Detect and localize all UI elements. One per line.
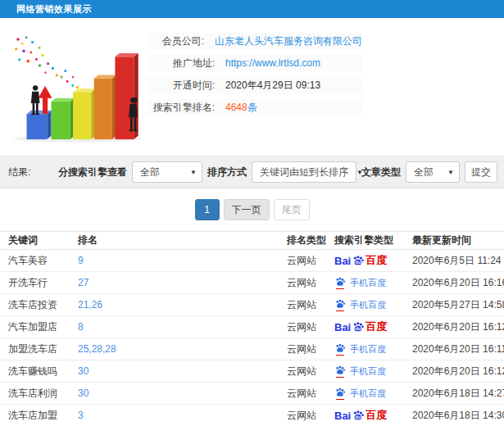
table-row: 洗车赚钱吗 30 云网站 手机百度 2020年6月20日 16:12 bbox=[0, 360, 504, 383]
engine-filter-value: 全部 bbox=[140, 165, 160, 179]
engine-cell: Bai du 百度 bbox=[326, 408, 404, 423]
updated-cell: 2020年6月20日 16:12 bbox=[404, 320, 504, 334]
engine-cell: 手机百度 bbox=[326, 365, 404, 378]
chevron-down-icon: ▼ bbox=[447, 169, 454, 176]
engine-cell: 手机百度 bbox=[326, 276, 404, 289]
rank-cell[interactable]: 9 bbox=[70, 255, 279, 266]
rank-cell[interactable]: 21,26 bbox=[70, 299, 279, 310]
rank-cell[interactable]: 25,28,28 bbox=[70, 343, 279, 355]
mobile-baidu-logo: 手机百度 bbox=[334, 342, 404, 356]
rank-type-cell: 云网站 bbox=[279, 409, 326, 423]
col-rank-type: 排名类型 bbox=[279, 233, 326, 247]
rank-count-number: 4648 bbox=[225, 102, 247, 113]
page-button-next[interactable]: 下一页 bbox=[224, 199, 270, 220]
type-filter-value: 全部 bbox=[414, 165, 434, 179]
table-row: 洗车店利润 30 云网站 手机百度 2020年6月18日 14:27 bbox=[0, 383, 504, 405]
result-filter-bar: 结果: 分搜索引擎查看 全部 ▼ 排序方式 关键词由短到长排序 ▼ 文章类型 全… bbox=[0, 156, 504, 188]
engine-filter-select[interactable]: 全部 ▼ bbox=[132, 161, 202, 183]
chevron-down-icon: ▼ bbox=[190, 169, 197, 176]
baidu-logo: Bai du 百度 bbox=[334, 253, 404, 268]
engine-cell: 手机百度 bbox=[326, 298, 404, 311]
member-company-value[interactable]: 山东老人头汽车服务咨询有限公司 bbox=[215, 34, 362, 48]
updated-cell: 2020年6月20日 16:16 bbox=[404, 276, 504, 290]
bar-chart-illustration bbox=[5, 25, 143, 149]
submit-button[interactable]: 提交 bbox=[465, 161, 497, 183]
field-engine-rank-count: 搜索引擎排名: 4648条 bbox=[148, 99, 362, 116]
baidu-logo: Bai du 百度 bbox=[334, 320, 404, 334]
table-row: 加盟洗车店 25,28,28 云网站 手机百度 2020年6月20日 16:11 bbox=[0, 338, 504, 360]
mobile-baidu-paw-icon bbox=[334, 387, 346, 400]
engine-cell: Bai du 百度 bbox=[326, 253, 404, 268]
table-row: 汽车美容 9 云网站 Bai du 百度 2020年6月5日 11:24 bbox=[0, 250, 504, 272]
baidu-paw-icon: du bbox=[352, 320, 365, 333]
engine-rank-count-value[interactable]: 4648条 bbox=[225, 101, 257, 115]
rank-type-cell: 云网站 bbox=[279, 320, 326, 334]
type-filter-label: 文章类型 bbox=[361, 165, 401, 179]
keyword-cell: 加盟洗车店 bbox=[0, 342, 70, 356]
keyword-cell: 开洗车行 bbox=[0, 276, 70, 290]
keyword-cell: 汽车美容 bbox=[0, 254, 70, 268]
rank-cell[interactable]: 27 bbox=[70, 277, 279, 288]
sort-filter-label: 排序方式 bbox=[207, 165, 247, 179]
updated-cell: 2020年6月20日 16:12 bbox=[404, 365, 504, 378]
mobile-baidu-paw-icon bbox=[334, 276, 346, 289]
rank-type-cell: 云网站 bbox=[279, 365, 326, 378]
sort-filter-value: 关键词由短到长排序 bbox=[260, 165, 348, 179]
updated-cell: 2020年6月18日 14:27 bbox=[404, 387, 504, 401]
keyword-rank-table: 关键词 排名 排名类型 搜索引擎类型 最新更新时间 汽车美容 9 云网站 Bai… bbox=[0, 231, 504, 426]
rank-count-suffix: 条 bbox=[247, 102, 257, 113]
rank-cell[interactable]: 3 bbox=[70, 410, 279, 421]
promo-url-value[interactable]: https://www.lrtlsd.com bbox=[225, 57, 320, 69]
updated-cell: 2020年6月20日 16:11 bbox=[404, 342, 504, 356]
businessman-left bbox=[31, 85, 40, 115]
rank-type-cell: 云网站 bbox=[279, 342, 326, 356]
baidu-paw-icon: du bbox=[352, 409, 365, 422]
page-button-last[interactable]: 尾页 bbox=[274, 199, 310, 220]
table-row: 汽车加盟店 8 云网站 Bai du 百度 2020年6月20日 16:12 bbox=[0, 316, 504, 338]
table-row: 洗车店加盟 3 云网站 Bai du 百度 2020年6月18日 14:30 bbox=[0, 405, 504, 426]
field-open-time: 开通时间: 2020年4月29日 09:13 bbox=[148, 77, 362, 93]
open-time-value: 2020年4月29日 09:13 bbox=[225, 79, 320, 93]
growth-arrow-icon bbox=[39, 86, 52, 114]
rank-type-cell: 云网站 bbox=[279, 276, 326, 290]
col-updated: 最新更新时间 bbox=[404, 233, 504, 247]
open-time-label: 开通时间: bbox=[148, 79, 215, 93]
rank-cell[interactable]: 30 bbox=[70, 365, 279, 377]
mobile-baidu-logo: 手机百度 bbox=[334, 387, 404, 400]
promo-url-label: 推广地址: bbox=[148, 57, 215, 70]
col-engine-type: 搜索引擎类型 bbox=[326, 233, 404, 247]
engine-cell: Bai du 百度 bbox=[326, 320, 404, 334]
mobile-baidu-logo: 手机百度 bbox=[334, 276, 404, 289]
updated-cell: 2020年6月18日 14:30 bbox=[404, 409, 504, 423]
keyword-cell: 洗车店投资 bbox=[0, 298, 70, 312]
sort-filter-select[interactable]: 关键词由短到长排序 ▼ bbox=[252, 161, 356, 183]
rank-type-cell: 云网站 bbox=[279, 254, 326, 268]
rank-type-cell: 云网站 bbox=[279, 387, 326, 401]
page-button-current[interactable]: 1 bbox=[195, 199, 220, 220]
engine-cell: 手机百度 bbox=[326, 342, 404, 356]
updated-cell: 2020年5月27日 14:58 bbox=[404, 298, 504, 312]
keyword-cell: 汽车加盟店 bbox=[0, 320, 70, 334]
table-header: 关键词 排名 排名类型 搜索引擎类型 最新更新时间 bbox=[0, 231, 504, 250]
confetti-dots bbox=[15, 37, 84, 92]
page-title: 网络营销效果展示 bbox=[0, 0, 504, 18]
rank-cell[interactable]: 8 bbox=[70, 321, 279, 333]
member-company-label: 会员公司: bbox=[148, 34, 204, 48]
keyword-cell: 洗车赚钱吗 bbox=[0, 365, 70, 378]
mobile-baidu-paw-icon bbox=[334, 298, 346, 311]
field-promo-url: 推广地址: https://www.lrtlsd.com bbox=[148, 55, 362, 71]
mobile-baidu-logo: 手机百度 bbox=[334, 298, 404, 311]
type-filter-select[interactable]: 全部 ▼ bbox=[406, 161, 460, 183]
field-member-company: 会员公司: 山东老人头汽车服务咨询有限公司 bbox=[148, 33, 362, 49]
baidu-paw-icon: du bbox=[352, 254, 365, 267]
table-body: 汽车美容 9 云网站 Bai du 百度 2020年6月5日 11:24 bbox=[0, 250, 504, 426]
pagination: 1 下一页 尾页 bbox=[0, 199, 504, 220]
filters: 分搜索引擎查看 全部 ▼ 排序方式 关键词由短到长排序 ▼ 文章类型 全部 ▼ … bbox=[58, 161, 497, 183]
mobile-baidu-logo: 手机百度 bbox=[334, 365, 404, 378]
baidu-logo: Bai du 百度 bbox=[334, 408, 404, 423]
engine-filter-label: 分搜索引擎查看 bbox=[58, 165, 127, 179]
engine-rank-count-label: 搜索引擎排名: bbox=[148, 101, 215, 115]
rank-cell[interactable]: 30 bbox=[70, 387, 279, 399]
table-row: 开洗车行 27 云网站 手机百度 2020年6月20日 16:16 bbox=[0, 272, 504, 294]
result-label: 结果: bbox=[8, 165, 30, 179]
